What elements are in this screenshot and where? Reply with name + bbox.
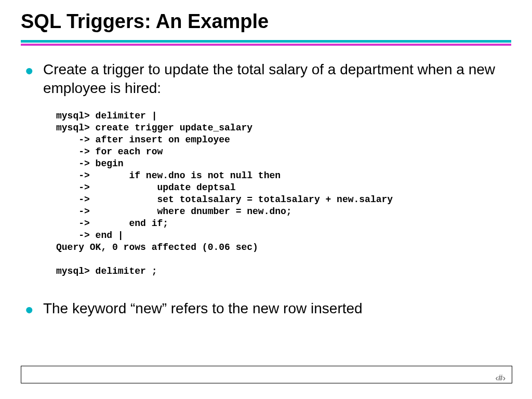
footer-box: ‹#› [21, 366, 512, 383]
slide-title: SQL Triggers: An Example [21, 10, 511, 33]
bullet-dot-icon: ● [25, 300, 34, 319]
code-block: mysql> delimiter | mysql> create trigger… [56, 110, 511, 277]
divider-magenta [21, 44, 511, 46]
bullet-text: Create a trigger to update the total sal… [43, 60, 511, 98]
slide: SQL Triggers: An Example ● Create a trig… [0, 0, 532, 399]
bullet-text: The keyword “new” refers to the new row … [43, 299, 511, 318]
divider-cyan [21, 40, 511, 43]
bullet-dot-icon: ● [25, 61, 34, 80]
bullet-item: ● Create a trigger to update the total s… [25, 60, 511, 98]
bullet-item: ● The keyword “new” refers to the new ro… [25, 299, 511, 319]
slide-content: ● Create a trigger to update the total s… [21, 60, 511, 319]
title-divider [21, 40, 511, 46]
page-number: ‹#› [495, 374, 506, 383]
